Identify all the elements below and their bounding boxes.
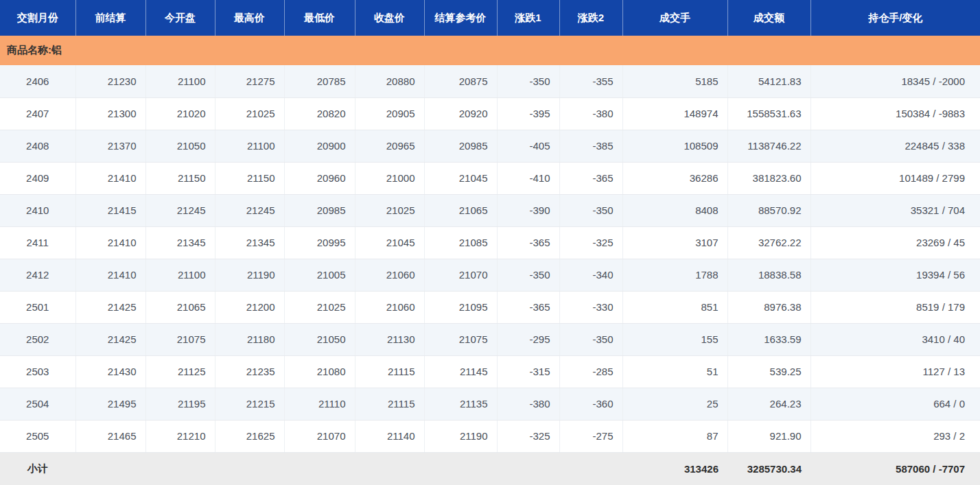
- table-row: 2410214152124521245209852102521065-390-3…: [0, 194, 980, 226]
- header-delivery-month: 交割月份: [0, 0, 75, 36]
- cell-value: 1788: [622, 259, 727, 291]
- cell-delivery-month: 2504: [0, 388, 75, 420]
- table-row: 2406212302110021275207852088020875-350-3…: [0, 65, 980, 97]
- table-header: 交割月份 前结算 今开盘 最高价 最低价 收盘价 结算参考价 涨跌1 涨跌2 成…: [0, 0, 980, 36]
- cell-value: -380: [497, 388, 559, 420]
- cell-value: 21110: [284, 388, 355, 420]
- cell-value: -295: [497, 323, 559, 355]
- cell-value: 25: [622, 388, 727, 420]
- cell-value: 21370: [75, 130, 145, 162]
- cell-value: 21000: [355, 162, 424, 194]
- cell-value: 21150: [145, 162, 215, 194]
- cell-delivery-month: 2501: [0, 291, 75, 323]
- cell-value: 21025: [215, 97, 284, 130]
- cell-value: 21150: [215, 162, 284, 194]
- cell-value: 21345: [215, 226, 284, 259]
- cell-value: -365: [559, 162, 622, 194]
- cell-value: -385: [559, 130, 622, 162]
- header-low: 最低价: [284, 0, 355, 36]
- cell-value: 21275: [215, 65, 284, 97]
- cell-value: 88570.92: [727, 194, 810, 226]
- cell-value: 87: [622, 420, 727, 452]
- subtotal-open-interest: 587060 / -7707: [810, 452, 980, 485]
- cell-value: 21115: [355, 388, 424, 420]
- cell-value: 21145: [424, 355, 497, 388]
- cell-value: 921.90: [727, 420, 810, 452]
- header-prev-settlement: 前结算: [75, 0, 145, 36]
- cell-value: 21025: [284, 291, 355, 323]
- cell-value: 381823.60: [727, 162, 810, 194]
- cell-value: 21025: [355, 194, 424, 226]
- cell-value: 224845 / 338: [810, 130, 980, 162]
- table-row: 2408213702105021100209002096520985-405-3…: [0, 130, 980, 162]
- cell-value: 3410 / 40: [810, 323, 980, 355]
- cell-value: 21425: [75, 291, 145, 323]
- cell-value: 21005: [284, 259, 355, 291]
- table-row: 2504214952119521215211102111521135-380-3…: [0, 388, 980, 420]
- cell-value: -390: [497, 194, 559, 226]
- cell-value: 21070: [284, 420, 355, 452]
- cell-value: 21075: [424, 323, 497, 355]
- cell-value: 20920: [424, 97, 497, 130]
- table-row: 2501214252106521200210252106021095-365-3…: [0, 291, 980, 323]
- header-close: 收盘价: [355, 0, 424, 36]
- table-row: 2503214302112521235210802111521145-315-2…: [0, 355, 980, 388]
- cell-delivery-month: 2412: [0, 259, 75, 291]
- cell-value: 21095: [424, 291, 497, 323]
- cell-value: 293 / 2: [810, 420, 980, 452]
- cell-value: 150384 / -9883: [810, 97, 980, 130]
- cell-value: 21495: [75, 388, 145, 420]
- cell-value: 21410: [75, 226, 145, 259]
- cell-value: 36286: [622, 162, 727, 194]
- header-open-interest: 持仓手/变化: [810, 0, 980, 36]
- cell-value: 8976.38: [727, 291, 810, 323]
- cell-value: 21230: [75, 65, 145, 97]
- cell-value: 21415: [75, 194, 145, 226]
- cell-value: 21200: [215, 291, 284, 323]
- cell-value: 21180: [215, 323, 284, 355]
- commodity-group-row: 商品名称:铝: [0, 36, 980, 65]
- cell-value: -380: [559, 97, 622, 130]
- cell-value: -325: [559, 226, 622, 259]
- cell-value: 18345 / -2000: [810, 65, 980, 97]
- cell-value: -350: [497, 259, 559, 291]
- cell-value: -350: [559, 194, 622, 226]
- cell-value: -350: [497, 65, 559, 97]
- cell-value: -340: [559, 259, 622, 291]
- cell-value: 21100: [145, 259, 215, 291]
- cell-value: 35321 / 704: [810, 194, 980, 226]
- cell-value: 21345: [145, 226, 215, 259]
- subtotal-empty-cell: [355, 452, 424, 485]
- cell-value: 21125: [145, 355, 215, 388]
- subtotal-empty-cell: [559, 452, 622, 485]
- subtotal-turnover: 3285730.34: [727, 452, 810, 485]
- cell-value: 264.23: [727, 388, 810, 420]
- subtotal-empty-cell: [75, 452, 145, 485]
- subtotal-row: 小计 313426 3285730.34 587060 / -7707: [0, 452, 980, 485]
- table-row: 2411214102134521345209952104521085-365-3…: [0, 226, 980, 259]
- header-change-1: 涨跌1: [497, 0, 559, 36]
- cell-value: -330: [559, 291, 622, 323]
- cell-value: -360: [559, 388, 622, 420]
- cell-delivery-month: 2411: [0, 226, 75, 259]
- cell-value: 20985: [424, 130, 497, 162]
- cell-value: 21075: [145, 323, 215, 355]
- cell-value: 21210: [145, 420, 215, 452]
- cell-delivery-month: 2410: [0, 194, 75, 226]
- cell-value: 851: [622, 291, 727, 323]
- subtotal-empty-cell: [145, 452, 215, 485]
- cell-value: 21195: [145, 388, 215, 420]
- cell-value: 20965: [355, 130, 424, 162]
- cell-value: 21060: [355, 259, 424, 291]
- data-rows-section: 2406212302110021275207852088020875-350-3…: [0, 65, 980, 452]
- cell-value: 21020: [145, 97, 215, 130]
- cell-value: 21045: [355, 226, 424, 259]
- cell-value: -285: [559, 355, 622, 388]
- cell-value: 20820: [284, 97, 355, 130]
- cell-value: 21070: [424, 259, 497, 291]
- cell-value: -395: [497, 97, 559, 130]
- cell-delivery-month: 2407: [0, 97, 75, 130]
- cell-delivery-month: 2409: [0, 162, 75, 194]
- header-turnover: 成交额: [727, 0, 810, 36]
- cell-value: 21065: [145, 291, 215, 323]
